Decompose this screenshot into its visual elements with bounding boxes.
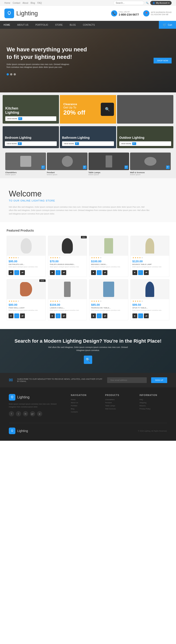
cart-button-2[interactable]: 🛒 [97,270,102,275]
footer-info-privacy[interactable]: Privacy Policy [139,408,167,410]
outdoor-view-more-button[interactable]: VIEW MORE 🔍 [119,141,171,146]
wallsconces-zoom-icon[interactable]: 🔍 [166,166,170,169]
wishlist-button-7[interactable]: ♥ [132,314,137,318]
pendant-zoom-icon[interactable]: 🔍 [83,166,86,169]
cart-button-7[interactable]: 🛒 [138,314,143,318]
dot-3[interactable] [14,73,16,75]
tablelamps-sub: Dolore Ipsum [89,174,129,176]
call-label: CALL US AT [119,11,139,13]
newsletter-email-input[interactable] [107,377,147,383]
logo[interactable]: Lighting [5,8,38,18]
footer-nav-portfolio[interactable]: Portfolio [71,405,99,407]
compare-button-6[interactable]: ⇄ [103,314,107,318]
outdoor-title: Outdoor Lighting [119,136,171,140]
twitter-icon[interactable]: t [16,411,21,416]
product-stars-0: ★ ★ ★ ★ ★ [7,256,46,259]
star-icon: ★ [96,256,97,259]
hero-shop-button[interactable]: SHOP NOW [153,58,171,64]
footer-products-chandeliers[interactable]: Chandeliers [105,398,133,400]
footer-info-returns[interactable]: Returns [139,405,167,407]
linkedin-icon[interactable]: in [23,411,28,416]
compare-button-0[interactable]: ⇄ [20,270,25,275]
compare-button-2[interactable]: ⇄ [103,270,107,275]
footer-info-faq[interactable]: FAQ [139,398,167,400]
nav-about[interactable]: ABOUT US [14,21,32,29]
cart-button-4[interactable]: 🛒 [14,314,19,318]
footer-nav-about[interactable]: About Us [71,402,99,404]
product-actions-3: ♥ 🛒 ⇄ [131,269,169,277]
footer-nav-contacts[interactable]: Contacts [71,411,99,413]
featured-section: Featured Products ★ ★ ★ ★ ★ $95.00 GW PH… [0,222,176,329]
newsletter-signup-button[interactable]: SIGN UP [151,377,167,383]
wallsconces-sub: Dolore Ipsum [130,174,171,176]
star-icon: ★ [17,300,19,302]
wishlist-button-3[interactable]: ♥ [132,270,137,275]
footer-nav-blog[interactable]: Blog [71,408,99,410]
top-link-blog[interactable]: Blog [31,2,35,4]
footer-nav-home[interactable]: Home [71,398,99,400]
star-icon: ★ [139,256,141,259]
cart-button-0[interactable]: 🛒 [14,270,19,275]
compare-button-7[interactable]: ⇄ [144,314,149,318]
compare-button-5[interactable]: ⇄ [61,314,66,318]
dot-2[interactable] [10,73,12,75]
tablelamps-zoom-icon[interactable]: 🔍 [125,166,128,169]
cart-button-1[interactable]: 🛒 [56,270,60,275]
product-img-3 [131,236,169,256]
footer-about: Lighting Dolor ipsum comeyre ipsum conne… [9,394,64,416]
wishlist-button-0[interactable]: ♥ [9,270,14,275]
compare-button-1[interactable]: ⇄ [61,270,66,275]
product-price-3: $120.00 [131,259,169,264]
footer-products-pendant[interactable]: Pendant [105,402,133,404]
footer-info-shipping[interactable]: Shipping [139,402,167,404]
product-actions-2: ♥ 🛒 ⇄ [89,269,128,277]
top-link-home[interactable]: Home [5,2,10,4]
top-link-faq[interactable]: FAQ [37,2,42,4]
nav-contacts[interactable]: CONTACTS [79,21,98,29]
googleplus-icon[interactable]: g+ [30,411,35,416]
top-link-contact[interactable]: Contact [13,2,20,4]
email-icon: ✉ [9,377,13,383]
phone-number: 1-800-234-5677 [119,13,139,16]
cart-button[interactable]: 🛒 Cart [159,21,176,29]
modern-search-button[interactable]: 🔍 [84,356,92,364]
star-icon: ★ [9,256,10,259]
wishlist-button-6[interactable]: ♥ [91,314,96,318]
footer-logo-icon [9,394,15,400]
product-desc-2: Dolor ipsum comeyre ipsum connetus mes [89,265,128,269]
footer-products-wallsconces[interactable]: Wall Sconces [105,408,133,410]
compare-button-4[interactable]: ⇄ [20,314,25,318]
wishlist-button-5[interactable]: ♥ [50,314,55,318]
product-img-5 [48,280,87,299]
cart-button-3[interactable]: 🛒 [138,270,143,275]
pinterest-icon[interactable]: p [37,411,42,416]
bedroom-view-more-button[interactable]: VIEW MORE 🔍 [5,141,57,146]
chandeliers-zoom-icon[interactable]: 🔍 [41,166,45,169]
account-button[interactable]: 👤 My Account ▾ [150,1,171,5]
newsletter-text: SUBSCRIBE TO OUR NEWSLETTER TO RECEIVE N… [17,378,103,382]
kitchen-view-more-button[interactable]: VIEW MORE 🔍 [5,116,56,121]
wishlist-button-4[interactable]: ♥ [9,314,14,318]
star-icon: ★ [93,256,95,259]
tablelamps-img [106,156,112,168]
dot-1[interactable] [7,73,9,75]
clearance-search-overlay[interactable]: 🔍 [101,103,114,116]
nav-blog[interactable]: BLOG [66,21,79,29]
bathroom-view-more-button[interactable]: VIEW MORE 🔍 [62,141,114,146]
compare-button-3[interactable]: ⇄ [144,270,149,275]
wishlist-button-2[interactable]: ♥ [91,270,96,275]
nav-store[interactable]: STORE [52,21,66,29]
footer-products-tablelamps[interactable]: Table Lamps [105,405,133,407]
nav-portfolio[interactable]: PORTFOLIO [32,21,52,29]
product-stars-6: ★ ★ ★ ★ ★ [89,299,128,303]
facebook-icon[interactable]: f [9,411,14,416]
top-link-about[interactable]: About [23,2,28,4]
search-icon[interactable]: 🔍 [146,2,148,4]
wishlist-button-1[interactable]: ♥ [50,270,55,275]
footer-top: Lighting Dolor ipsum comeyre ipsum conne… [9,394,167,416]
nav-home[interactable]: HOME [0,21,14,29]
cart-button-5[interactable]: 🛒 [56,314,60,318]
top-search-input[interactable] [113,1,144,5]
cart-button-6[interactable]: 🛒 [97,314,102,318]
modern-banner: Search for a Modern Lighting Design? You… [0,329,176,373]
